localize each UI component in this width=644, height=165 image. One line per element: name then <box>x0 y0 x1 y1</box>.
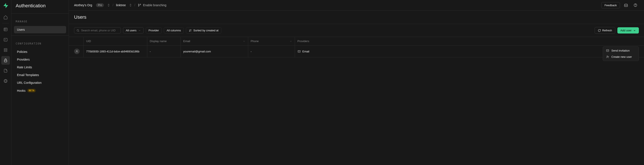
svg-point-10 <box>138 6 139 6</box>
breadcrumb-sep: / <box>134 3 135 7</box>
all-columns-filter[interactable]: All columns <box>164 27 184 34</box>
rail-home-icon[interactable] <box>1 13 10 22</box>
svg-point-8 <box>5 79 6 83</box>
search-input-wrapper[interactable] <box>74 27 121 34</box>
svg-point-17 <box>607 56 608 57</box>
user-icon <box>75 50 78 53</box>
add-user-dropdown: Send invitation Create new user <box>603 46 639 61</box>
chevron-down-icon <box>138 29 141 32</box>
sort-icon <box>189 29 192 32</box>
cell-display-name: - <box>147 46 180 57</box>
refresh-button[interactable]: Refresh <box>595 27 615 34</box>
sidebar-item-url-config[interactable]: URL Configuration <box>14 79 66 86</box>
sidebar: Authentication MANAGE Users CONFIGURATIO… <box>12 0 69 165</box>
sidebar-section-manage: MANAGE <box>12 16 69 26</box>
svg-point-20 <box>76 50 78 51</box>
chevron-down-icon <box>633 29 636 32</box>
cell-email: youremail@gmail.com <box>180 46 248 57</box>
org-switcher-icon[interactable] <box>107 4 110 7</box>
project-switcher-icon[interactable] <box>129 4 132 7</box>
svg-point-7 <box>4 79 7 83</box>
sidebar-item-policies[interactable]: Policies <box>14 48 66 55</box>
sort-filter[interactable]: Sorted by created at <box>186 27 221 34</box>
sidebar-item-label: Users <box>17 28 25 31</box>
inbox-icon[interactable] <box>622 2 630 9</box>
sidebar-title: Authentication <box>12 3 69 11</box>
svg-rect-6 <box>4 60 7 62</box>
toolbar: All users Provider All columns Sorted by… <box>69 24 644 37</box>
create-user-item[interactable]: Create new user <box>604 54 638 60</box>
topbar: Atothey's Org Pro / linktree / Enable br… <box>69 0 644 11</box>
page-title: Users <box>69 11 644 24</box>
svg-rect-5 <box>4 51 7 52</box>
th-email[interactable]: Email <box>180 37 248 46</box>
mail-icon <box>606 49 609 52</box>
th-phone[interactable]: Phone <box>248 37 295 46</box>
svg-rect-4 <box>4 49 7 50</box>
help-icon[interactable] <box>632 2 639 9</box>
pro-badge: Pro <box>96 3 104 7</box>
search-icon <box>76 29 80 32</box>
sidebar-item-providers[interactable]: Providers <box>14 56 66 63</box>
rail-terminal-icon[interactable] <box>1 36 10 44</box>
chevron-down-icon <box>243 40 245 43</box>
user-plus-icon <box>606 55 609 58</box>
send-invitation-item[interactable]: Send invitation <box>604 48 638 54</box>
icon-rail <box>0 0 12 165</box>
add-user-button[interactable]: Add user <box>618 27 639 34</box>
th-display-name[interactable]: Display name <box>147 37 180 46</box>
refresh-icon <box>598 29 601 32</box>
all-users-filter[interactable]: All users <box>123 27 144 34</box>
rail-database-icon[interactable] <box>1 46 10 54</box>
svg-point-11 <box>140 4 140 5</box>
rail-storage-icon[interactable] <box>1 66 10 75</box>
provider-filter[interactable]: Provider <box>146 27 162 34</box>
search-input[interactable] <box>81 29 118 32</box>
logo-icon <box>2 3 8 9</box>
th-icon <box>69 37 84 46</box>
branch-icon <box>138 4 141 7</box>
th-uid[interactable]: UID <box>84 37 147 46</box>
svg-point-9 <box>138 4 139 5</box>
sidebar-section-config: CONFIGURATION <box>12 38 69 48</box>
rail-table-icon[interactable] <box>1 25 10 34</box>
breadcrumb-sep: / <box>112 3 113 7</box>
main: Atothey's Org Pro / linktree / Enable br… <box>69 0 644 165</box>
sidebar-item-hooks[interactable]: Hooks BETA <box>14 87 66 94</box>
cell-uid: 770b5930-1893-411d-bdce-ab94693d186b <box>84 46 147 57</box>
th-providers[interactable]: Providers <box>295 37 644 46</box>
rail-edge-icon[interactable] <box>1 77 10 85</box>
svg-line-15 <box>78 31 79 32</box>
users-table: UID Display name Email Phone <box>69 37 644 57</box>
svg-point-13 <box>636 6 636 6</box>
cell-phone: - <box>248 46 295 57</box>
svg-rect-0 <box>4 28 7 31</box>
beta-badge: BETA <box>27 89 36 92</box>
feedback-button[interactable]: Feedback <box>601 2 620 8</box>
breadcrumb-org[interactable]: Atothey's Org <box>74 4 92 7</box>
enable-branching-button[interactable]: Enable branching <box>138 4 166 7</box>
sidebar-item-rate-limits[interactable]: Rate Limits <box>14 64 66 71</box>
sidebar-item-users[interactable]: Users <box>14 26 66 33</box>
cell-provider: Email <box>298 50 642 53</box>
table-row[interactable]: 770b5930-1893-411d-bdce-ab94693d186b - y… <box>69 46 644 57</box>
svg-point-14 <box>77 30 78 31</box>
sidebar-item-email-templates[interactable]: Email Templates <box>14 71 66 79</box>
breadcrumb-project[interactable]: linktree <box>116 4 126 7</box>
chevron-down-icon <box>290 40 292 43</box>
rail-auth-icon[interactable] <box>1 56 10 65</box>
mail-icon <box>298 50 301 53</box>
avatar <box>74 49 80 54</box>
